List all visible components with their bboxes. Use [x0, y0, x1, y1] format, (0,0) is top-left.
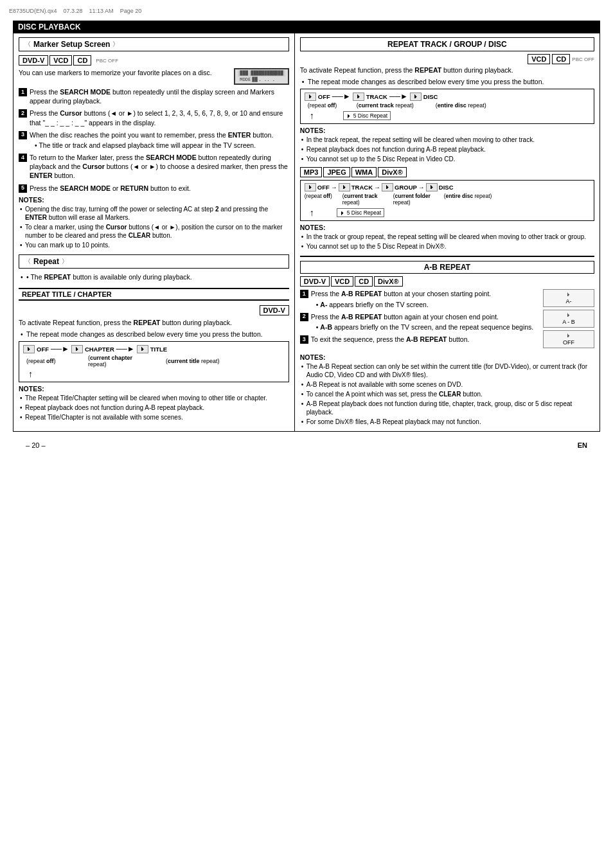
marker-intro-text: You can use markers to memorize your fav… — [19, 68, 230, 77]
step-num-5: 5 — [19, 184, 27, 193]
marker-notes-list: Opening the disc tray, turning off the p… — [19, 205, 289, 249]
repeat-title-note-1: The Repeat Title/Chapter setting will be… — [19, 394, 289, 402]
ab-badge-cd: CD — [355, 276, 373, 287]
repeat-track-flow-mp3: ⏵ OFF → ⏵ TRACK → ⏵ GROUP → ⏵ DISC — [300, 180, 594, 221]
repeat-title-notes: NOTES: The Repeat Title/Chapter setting … — [19, 385, 289, 421]
step-text-3: When the disc reaches the point you want… — [30, 130, 289, 150]
mp3-notes-list: In the track or group repeat, the repeat… — [300, 233, 594, 251]
file-info: E8735UD(EN).qx4 — [9, 8, 57, 14]
five-disc-mp3-label: 5 Disc Repeat — [347, 209, 381, 216]
repeat-title-flow: ⏵ OFF ──► ⏵ CHAPTER ──► ⏵ TITLE (repeat … — [19, 341, 289, 382]
ab-repeat-header: A-B REPEAT — [300, 261, 594, 274]
step-text-1: Press the SEARCH MODE button repeatedly … — [30, 87, 289, 105]
ab-notes: NOTES: The A-B Repeat section can only b… — [300, 353, 594, 426]
ab-note-3: To cancel the A point which was set, pre… — [300, 390, 594, 398]
off-label: OFF — [37, 346, 49, 353]
device-screen: ▓▓▓ ▓▓▓▓▓▓▓▓▓▓▓▓ MODE▓▓. .. . — [234, 68, 289, 85]
step-4: 4 To return to the Marker later, press t… — [19, 153, 289, 181]
flow-sub-row-title: (repeat off) (current chapter repeat) (c… — [23, 355, 285, 368]
arrow-vcd-2: ──► — [389, 92, 408, 101]
repeat-title-bullet: The repeat mode changes as described bel… — [19, 330, 289, 339]
flow-vcd-main: ⏵ OFF ──► ⏵ TRACK ──► ⏵ DISC — [305, 92, 590, 101]
mp3-note-1: In the track or group repeat, the repeat… — [300, 233, 594, 241]
pbc-off-track: PBC OFF — [572, 57, 594, 62]
repeat-track-notes-vcd: NOTES: In the track repeat, the repeat s… — [300, 127, 594, 163]
step-num-1: 1 — [19, 88, 27, 96]
step-text-2: Press the Cursor buttons (◄ or ►) to sel… — [30, 109, 289, 127]
mp3-sub-track: (current track repeat) — [342, 193, 391, 206]
language-badge: EN — [578, 441, 587, 449]
repeat-track-notes-list-vcd: In the track repeat, the repeat setting … — [300, 136, 594, 163]
device-display-area: ▓▓▓ ▓▓▓▓▓▓▓▓▓▓▓▓ MODE▓▓. .. . — [234, 68, 289, 85]
step-num-2: 2 — [19, 109, 27, 118]
mp3-sub-row1: (repeat off) (current track repeat) (cur… — [305, 193, 492, 206]
mp3-notes-title: NOTES: — [300, 224, 594, 231]
repeat-track-intro: To activate Repeat function, press the R… — [300, 66, 594, 75]
left-column: 〈 Marker Setup Screen 〉 DVD-V VCD CD PBC… — [13, 33, 295, 431]
arrow-vcd-1: ──► — [332, 92, 351, 101]
marker-note-2: To clear a marker, using the Cursor butt… — [19, 223, 289, 240]
ab-step-1: 1 Press the A-B REPEAT button at your ch… — [300, 289, 537, 308]
ab-note-1: The A-B Repeat section can only be set w… — [300, 362, 594, 379]
main-content: DISC PLAYBACK 〈 Marker Setup Screen 〉 DV… — [6, 21, 607, 452]
track-mp3: TRACK — [351, 184, 373, 191]
ab-repeat-section: A-B REPEAT DVD-V VCD CD DivX® 1 — [300, 256, 594, 426]
repeat-title-chapter-header: REPEAT TITLE / CHAPTER — [19, 288, 289, 301]
mp3-sub-group: (current folder repeat) — [393, 193, 441, 206]
repeat-header: 〈 Repeat 〉 — [19, 254, 289, 269]
ab-indicator-2: ⏵ A - B — [543, 310, 594, 328]
step-text-4: To return to the Marker later, press the… — [30, 153, 289, 181]
page-number: – 20 – — [26, 441, 46, 449]
date-info: 07.3.28 — [64, 8, 83, 14]
step-num-3: 3 — [19, 131, 27, 139]
mp3-sub-disc: (entire disc repeat) — [444, 193, 492, 206]
ab-indicator-icon-3: ⏵ — [547, 333, 590, 339]
marker-setup-header: 〈 Marker Setup Screen 〉 — [19, 37, 289, 51]
ab-step-2: 2 Press the A-B REPEAT button again at y… — [300, 312, 537, 332]
five-disc-repeat-vcd: ⏵ 5 Disc Repeat — [343, 111, 391, 120]
disc-mp3: DISC — [439, 184, 454, 191]
sub-title: (current title repeat) — [166, 358, 220, 364]
page-footer: – 20 – EN — [13, 438, 600, 452]
off-icon: ⏵ — [23, 345, 35, 353]
mp3-sub-cols: (repeat off) (current track repeat) (cur… — [305, 193, 492, 206]
ab-indicator-icon-2: ⏵ — [547, 312, 590, 318]
repeat-subsection: 〈 Repeat 〉 • The REPEAT button is availa… — [19, 254, 289, 281]
ab-step-text-2: Press the A-B REPEAT button again at you… — [311, 312, 537, 332]
track-icon-mp3: ⏵ — [339, 183, 350, 191]
badge-cd-track: CD — [552, 54, 570, 64]
repeat-track-notes-title-vcd: NOTES: — [300, 127, 594, 134]
badge-dvd-v: DVD-V — [19, 55, 48, 66]
ab-indicator-text-1: A- — [565, 298, 571, 305]
arrow-mp3-3: → — [418, 184, 425, 191]
arrow-left-icon: 〈 — [24, 40, 31, 49]
off-mp3: OFF — [317, 184, 330, 191]
five-disc-repeat-mp3: ⏵ 5 Disc Repeat — [337, 208, 384, 217]
disc-icon-vcd: ⏵ — [410, 93, 422, 101]
flow-mp3-sub: (repeat off) (current track repeat) (cur… — [305, 193, 590, 206]
repeat-title: Repeat — [33, 257, 59, 266]
up-arrow-mp3: ↑ — [310, 208, 314, 218]
vcd-sub-disc: (entire disc repeat) — [436, 102, 486, 109]
flow-main-row-title: ⏵ OFF ──► ⏵ CHAPTER ──► ⏵ TITLE — [23, 344, 285, 353]
ab-indicator-3: ⏵ OFF — [543, 330, 594, 348]
ab-step-num-1: 1 — [300, 290, 308, 298]
arrow-1: ──► — [51, 344, 69, 353]
ab-indicator-text-3: OFF — [563, 339, 574, 346]
badge-divx: DivX® — [378, 167, 407, 177]
ab-step-num-2: 2 — [300, 313, 308, 321]
step-5: 5 Press the SEARCH MODE or RETURN button… — [19, 184, 289, 193]
arrow-mp3-1: → — [331, 184, 337, 191]
badge-mp3: MP3 — [300, 167, 323, 177]
ab-indicator-1: ⏵ A- — [543, 289, 594, 307]
step-2: 2 Press the Cursor buttons (◄ or ►) to s… — [19, 109, 289, 127]
repeat-arrow-left: 〈 — [24, 257, 31, 266]
disc-vcd: DISC — [423, 93, 438, 100]
ab-steps-left: 1 Press the A-B REPEAT button at your ch… — [300, 289, 537, 351]
track-icon-vcd: ⏵ — [353, 93, 364, 101]
chapter-label: CHAPTER — [85, 346, 114, 353]
repeat-track-flow-vcd: ⏵ OFF ──► ⏵ TRACK ──► ⏵ DISC (repeat off… — [300, 89, 594, 124]
flow-mp3-main: ⏵ OFF → ⏵ TRACK → ⏵ GROUP → ⏵ DISC — [305, 183, 590, 191]
ab-note-5: For some DivX® files, A-B Repeat playbac… — [300, 418, 594, 426]
repeat-track-notes-mp3: NOTES: In the track or group repeat, the… — [300, 224, 594, 251]
